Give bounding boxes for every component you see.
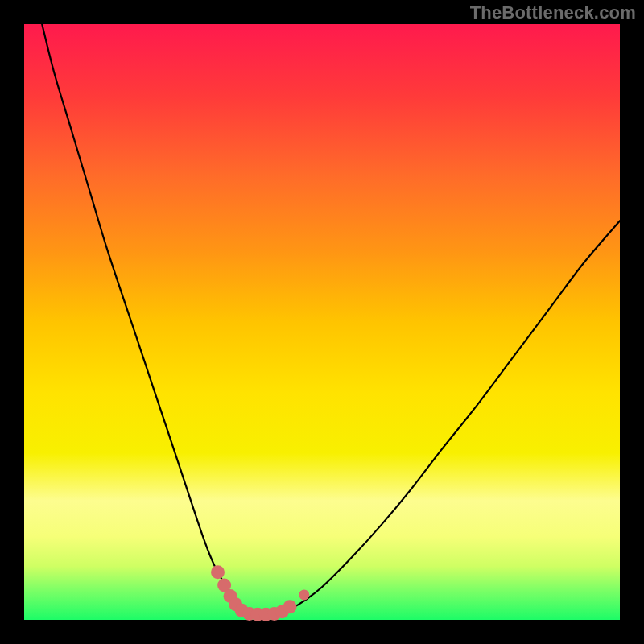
curve-markers-group: [211, 565, 309, 621]
curve-marker: [283, 600, 297, 613]
curve-marker: [211, 565, 225, 579]
curve-marker: [299, 589, 309, 600]
chart-frame: TheBottleneck.com: [0, 0, 644, 644]
bottleneck-curve-svg: [24, 24, 620, 620]
watermark-text: TheBottleneck.com: [470, 2, 636, 23]
bottleneck-curve-path: [42, 24, 620, 614]
